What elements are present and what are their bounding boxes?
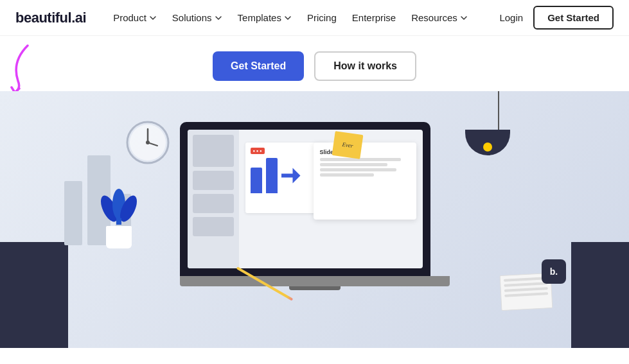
plant-pot <box>106 226 132 248</box>
chevron-down-icon <box>460 14 468 22</box>
sidebar-block-2 <box>193 171 234 190</box>
notebook-line-1 <box>504 277 547 282</box>
lamp-shade <box>465 130 510 155</box>
get-started-nav-button[interactable]: Get Started <box>533 6 614 30</box>
nav-resources-label: Resources <box>411 12 457 23</box>
sticky-note: Ever <box>332 131 363 159</box>
navbar: beautiful.ai Product Solutions Templates <box>0 0 629 36</box>
sticky-text: Ever <box>341 141 353 149</box>
chart-bars <box>251 158 324 193</box>
bar-2 <box>266 158 278 193</box>
lamp-decoration <box>487 91 510 155</box>
navbar-right: Login Get Started <box>499 6 614 30</box>
slide-line-2 <box>320 163 387 166</box>
svg-rect-8 <box>116 218 121 225</box>
nav-links: Product Solutions Templates Pricing <box>107 8 474 27</box>
clock-decoration <box>125 120 170 165</box>
hero-buttons: Get Started How it works <box>213 51 416 81</box>
slide-line-1 <box>320 158 401 161</box>
laptop-base <box>180 276 450 286</box>
logo-text: beautiful <box>15 10 71 26</box>
bg-right-panel <box>571 242 629 348</box>
nav-item-enterprise[interactable]: Enterprise <box>346 8 402 27</box>
nav-solutions-label: Solutions <box>172 12 212 23</box>
laptop-screen: ● ● ● Slide Hea <box>180 122 430 276</box>
notebook-line-3 <box>504 287 548 292</box>
login-button[interactable]: Login <box>499 12 523 23</box>
nav-templates-label: Templates <box>238 12 281 23</box>
how-it-works-button[interactable]: How it works <box>314 51 416 81</box>
get-started-button[interactable]: Get Started <box>213 51 304 81</box>
slide-line-3 <box>320 168 396 171</box>
bar-1 <box>251 168 262 193</box>
notebook-line-4 <box>504 292 548 297</box>
bg-left-panel <box>0 242 68 348</box>
navbar-left: beautiful.ai Product Solutions Templates <box>15 8 474 27</box>
laptop-screen-inner: ● ● ● Slide Hea <box>188 130 423 268</box>
chevron-down-icon <box>149 14 157 22</box>
nav-product-label: Product <box>113 12 146 23</box>
brand-badge: b. <box>542 259 566 284</box>
svg-point-4 <box>146 141 150 144</box>
laptop: ● ● ● Slide Hea <box>180 122 450 290</box>
sidebar-block-3 <box>193 194 234 213</box>
chevron-down-icon <box>284 14 292 22</box>
chart-header-row: ● ● ● <box>251 148 324 154</box>
nav-item-product[interactable]: Product <box>107 8 163 27</box>
slide-area: Slide Hea <box>314 143 416 220</box>
plant-leaves <box>100 186 138 225</box>
nav-item-solutions[interactable]: Solutions <box>166 8 229 27</box>
building-1 <box>64 181 82 245</box>
chart-badge: ● ● ● <box>251 148 265 154</box>
brand-badge-text: b. <box>550 266 558 277</box>
laptop-hinge <box>289 286 341 290</box>
nav-enterprise-label: Enterprise <box>352 12 396 23</box>
lamp-cord <box>498 91 499 130</box>
sidebar-block-1 <box>193 135 234 167</box>
plant-decoration <box>100 186 138 248</box>
nav-item-resources[interactable]: Resources <box>405 8 474 27</box>
logo[interactable]: beautiful.ai <box>15 10 86 26</box>
sidebar-block-4 <box>193 217 234 236</box>
laptop-sidebar <box>188 130 239 268</box>
slide-lines <box>320 158 410 177</box>
laptop-main: ● ● ● Slide Hea <box>239 130 423 268</box>
hero-section: Get Started How it works <box>0 36 629 91</box>
nav-item-pricing[interactable]: Pricing <box>301 8 343 27</box>
chevron-down-icon <box>215 14 222 22</box>
slide-line-4 <box>320 173 374 177</box>
logo-dot: .ai <box>71 10 86 26</box>
notebook-line-2 <box>504 282 547 287</box>
nav-item-templates[interactable]: Templates <box>231 8 298 27</box>
lamp-bulb <box>483 143 492 152</box>
illustration-area: ● ● ● Slide Hea <box>0 91 629 348</box>
nav-pricing-label: Pricing <box>307 12 337 23</box>
bar-arrow <box>281 166 301 186</box>
